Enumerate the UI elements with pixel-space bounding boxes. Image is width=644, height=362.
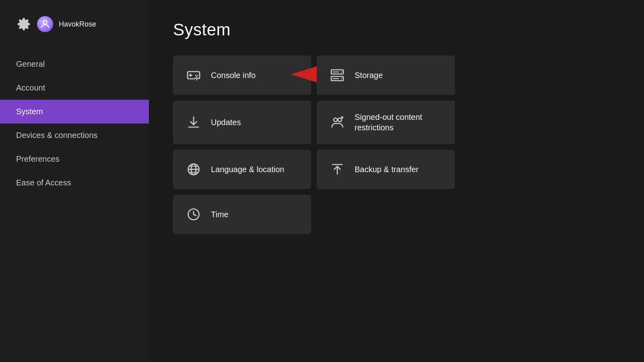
- svg-point-5: [197, 75, 198, 76]
- sidebar-item-account[interactable]: Account: [0, 76, 149, 100]
- backup-label: Backup & transfer: [355, 164, 419, 175]
- tile-time[interactable]: Time: [173, 195, 311, 234]
- language-icon: [185, 161, 202, 178]
- backup-icon: [329, 161, 346, 178]
- svg-point-16: [341, 78, 342, 79]
- tile-backup[interactable]: Backup & transfer: [317, 150, 455, 189]
- signed-out-label: Signed-out content restrictions: [355, 112, 443, 133]
- svg-point-4: [195, 75, 196, 76]
- settings-gear-icon: [16, 16, 31, 32]
- svg-point-22: [338, 118, 342, 122]
- avatar: [37, 16, 53, 32]
- page-title: System: [173, 20, 620, 39]
- sidebar-header: HavokRose: [0, 12, 149, 48]
- settings-grid: Console info Storag: [173, 56, 455, 234]
- svg-point-21: [334, 118, 337, 122]
- tile-language[interactable]: Language & location: [173, 150, 311, 189]
- sidebar-item-system[interactable]: System: [0, 100, 149, 123]
- updates-label: Updates: [211, 117, 241, 128]
- main-content: System Console: [149, 0, 644, 362]
- console-icon: [185, 67, 202, 84]
- tile-signed-out[interactable]: Signed-out content restrictions: [317, 101, 455, 144]
- sidebar-item-general[interactable]: General: [0, 52, 149, 76]
- sidebar-nav: General Account System Devices & connect…: [0, 52, 149, 195]
- restrictions-icon: [329, 114, 346, 131]
- sidebar-item-devices[interactable]: Devices & connections: [0, 123, 149, 147]
- svg-line-34: [194, 214, 196, 216]
- console-info-label: Console info: [211, 70, 256, 80]
- sidebar-item-preferences[interactable]: Preferences: [0, 147, 149, 171]
- time-icon: [185, 206, 202, 223]
- storage-icon: [329, 67, 346, 84]
- language-label: Language & location: [211, 164, 284, 175]
- svg-point-0: [43, 21, 47, 24]
- sidebar-item-ease[interactable]: Ease of Access: [0, 171, 149, 195]
- tile-storage[interactable]: Storage: [317, 56, 455, 95]
- updates-icon: [185, 114, 202, 131]
- time-label: Time: [211, 209, 229, 220]
- storage-label: Storage: [355, 70, 383, 80]
- tile-console-info[interactable]: Console info: [173, 56, 311, 95]
- username-label: HavokRose: [59, 20, 96, 29]
- tile-updates[interactable]: Updates: [173, 101, 311, 144]
- svg-point-15: [341, 71, 342, 72]
- sidebar: HavokRose General Account System Devices…: [0, 0, 149, 362]
